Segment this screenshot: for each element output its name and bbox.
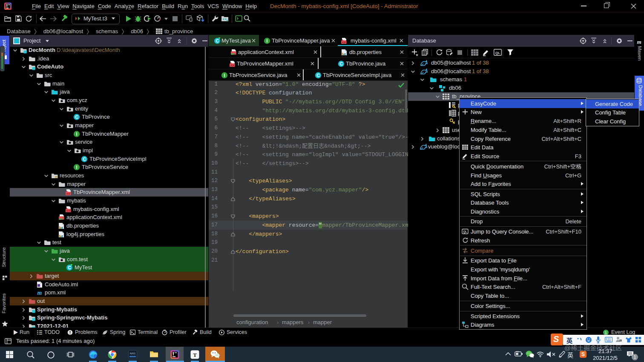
svg-text:QL: QL [495,51,500,55]
svg-text:T: T [193,352,197,358]
svg-text:m: m [637,39,641,45]
svg-text:QL: QL [463,230,467,234]
svg-text:MySQL: MySQL [130,352,136,354]
